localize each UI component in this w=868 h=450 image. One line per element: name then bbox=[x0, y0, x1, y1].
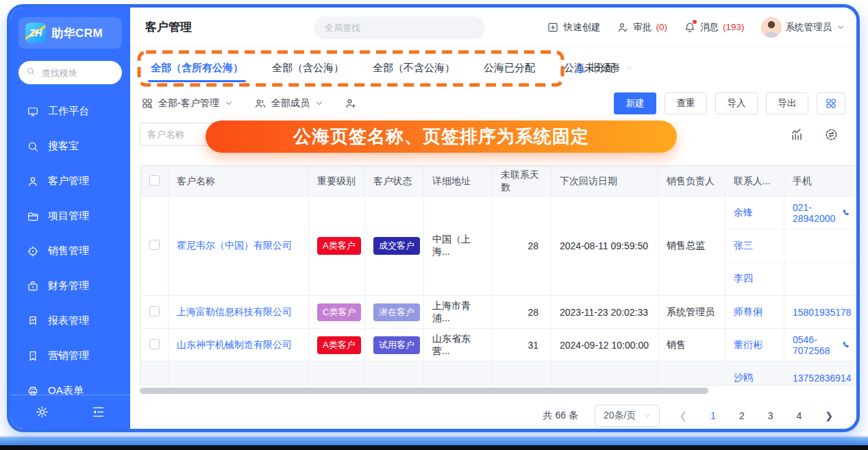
column-header: 销售负责人 bbox=[658, 166, 726, 197]
global-search-input[interactable] bbox=[314, 16, 485, 39]
toolbar-button[interactable]: 查重 bbox=[665, 92, 707, 114]
next-visit-cell: 2024-09-12 10:00:00 bbox=[551, 329, 658, 362]
toolbar-button[interactable]: 导出 bbox=[766, 92, 808, 114]
contact-link[interactable]: 董衍彬 bbox=[734, 339, 762, 351]
quick-create-icon bbox=[547, 21, 559, 34]
quick-create-button[interactable]: 快速创建 bbox=[547, 21, 600, 34]
tabs-row: 全部（含所有公海）全部（含公海）全部（不含公海）公海已分配公海未分配 旧公海 bbox=[130, 47, 856, 88]
column-header: 手机 bbox=[784, 166, 857, 197]
display-settings-button[interactable] bbox=[824, 127, 839, 142]
member-select[interactable]: 全部成员 bbox=[254, 97, 324, 110]
contact-link[interactable]: 张三 bbox=[734, 240, 753, 252]
chevron-down-icon bbox=[314, 99, 324, 108]
owner-cell: 销售总监 bbox=[658, 197, 726, 296]
sidebar-item[interactable]: 工作平台 bbox=[10, 94, 130, 129]
sidebar-item[interactable]: 报表管理 bbox=[10, 303, 130, 338]
customer-table-wrap: 客户名称重要级别客户状态详细地址未联系天数下次回访日期销售负责人联系人...手机… bbox=[140, 165, 856, 386]
contact-link[interactable]: 沙鸥 bbox=[734, 372, 753, 384]
system-fixed-callout: 公海页签名称、页签排序为系统固定 bbox=[206, 121, 677, 153]
status-badge: C类客户 bbox=[317, 303, 361, 321]
row-checkbox[interactable] bbox=[149, 339, 160, 349]
avatar bbox=[761, 17, 782, 38]
person-wave-icon bbox=[574, 62, 586, 74]
chevron-down-icon bbox=[836, 23, 845, 32]
logo-badge: ZH bbox=[25, 23, 46, 43]
phone-link[interactable]: 021-28942000 bbox=[793, 202, 838, 224]
page-number[interactable]: 2 bbox=[736, 410, 747, 421]
sidebar-item[interactable]: 客户管理 bbox=[10, 164, 130, 199]
person-add-button[interactable] bbox=[345, 97, 357, 110]
page-number[interactable]: 1 bbox=[708, 410, 719, 421]
contact-link[interactable]: 师尊俐 bbox=[734, 306, 762, 318]
bottom-blue-bar bbox=[0, 436, 868, 445]
person-add-icon bbox=[345, 97, 357, 110]
sidebar-item[interactable]: 营销管理 bbox=[10, 338, 130, 373]
message-button[interactable]: 消息 (193) bbox=[684, 21, 745, 34]
old-pool-label: 旧公海 bbox=[591, 62, 620, 74]
pagination: 共 66 条 20条/页 ❮1234❯ bbox=[130, 394, 856, 427]
phone-link[interactable]: 15801935178 bbox=[793, 307, 852, 318]
quick-create-label: 快速创建 bbox=[563, 21, 600, 34]
phone-icon bbox=[841, 208, 851, 218]
contact-link[interactable]: 余锋 bbox=[734, 207, 753, 219]
sidebar-item-label: 客户管理 bbox=[48, 175, 89, 188]
sidebar-footer bbox=[10, 395, 130, 429]
row-checkbox[interactable] bbox=[149, 306, 160, 316]
prev-page-button[interactable]: ❮ bbox=[676, 410, 690, 421]
next-visit-cell bbox=[551, 362, 658, 386]
select-all-checkbox[interactable] bbox=[149, 175, 160, 186]
customer-name-link[interactable]: 霍尼韦尔（中国）有限公司 bbox=[177, 240, 292, 251]
page-number[interactable]: 4 bbox=[793, 410, 804, 421]
tab[interactable]: 全部（含所有公海） bbox=[149, 49, 245, 86]
page-size-select[interactable]: 20条/页 bbox=[595, 405, 660, 427]
page-number[interactable]: 3 bbox=[765, 410, 776, 421]
contact-link[interactable]: 李四 bbox=[734, 273, 753, 285]
phone-link[interactable]: 0546-7072568 bbox=[793, 334, 838, 356]
tab[interactable]: 全部（不含公海） bbox=[371, 49, 456, 86]
row-checkbox[interactable] bbox=[149, 240, 160, 250]
total-count: 共 66 条 bbox=[543, 410, 578, 422]
toolbar-button[interactable]: 导入 bbox=[715, 92, 758, 114]
customer-name-link[interactable]: 山东神宇机械制造有限公司 bbox=[177, 339, 292, 350]
create-button[interactable]: 新建 bbox=[614, 92, 656, 114]
column-header: 客户名称 bbox=[169, 166, 309, 197]
user-name: 系统管理员 bbox=[786, 21, 832, 34]
next-page-button[interactable]: ❯ bbox=[822, 410, 836, 421]
table-row: 沙鸥13752836914 bbox=[141, 362, 857, 386]
column-header: 未联系天数 bbox=[493, 166, 551, 197]
sidebar-item[interactable]: 财务管理 bbox=[10, 268, 130, 303]
user-menu[interactable]: 系统管理员 bbox=[761, 17, 846, 38]
main-area: 客户管理 快速创建 审批 (0) bbox=[130, 8, 856, 429]
sidebar-menu: 工作平台搜客宝客户管理项目管理销售管理财务管理报表管理营销管理OA表单 bbox=[10, 94, 130, 408]
address-cell: 山东省东营... bbox=[424, 329, 493, 362]
member-select-label: 全部成员 bbox=[271, 97, 310, 110]
collapse-sidebar-button[interactable] bbox=[91, 405, 106, 419]
horizontal-scrollbar[interactable] bbox=[140, 388, 708, 394]
grid-view-button[interactable] bbox=[817, 92, 845, 114]
sidebar-item-label: 项目管理 bbox=[48, 210, 89, 223]
bottom-black-bar bbox=[0, 445, 868, 450]
sidebar-item[interactable]: 项目管理 bbox=[10, 199, 130, 234]
sidebar-item[interactable]: 搜客宝 bbox=[10, 129, 130, 164]
old-pool-dropdown[interactable]: 旧公海 bbox=[574, 47, 634, 88]
settings-gear-button[interactable] bbox=[35, 405, 49, 419]
page-title: 客户管理 bbox=[145, 19, 192, 35]
sidebar-item[interactable]: 销售管理 bbox=[10, 234, 130, 268]
phone-link[interactable]: 13752836914 bbox=[793, 373, 852, 384]
members-icon bbox=[254, 97, 266, 110]
customer-table: 客户名称重要级别客户状态详细地址未联系天数下次回访日期销售负责人联系人...手机… bbox=[140, 166, 856, 386]
data-chart-button[interactable] bbox=[789, 127, 804, 142]
message-count: (193) bbox=[723, 22, 745, 32]
logo-name: 助华CRM bbox=[51, 25, 103, 41]
monitor-icon bbox=[27, 105, 39, 118]
table-header-row: 客户名称重要级别客户状态详细地址未联系天数下次回访日期销售负责人联系人...手机 bbox=[141, 166, 857, 197]
status-badge: 成交客户 bbox=[373, 237, 420, 255]
status-badge: A类客户 bbox=[317, 237, 361, 255]
customer-name-link[interactable]: 上海富勒信息科技有限公司 bbox=[177, 306, 292, 317]
tab[interactable]: 公海已分配 bbox=[482, 49, 536, 86]
view-scope-select[interactable]: 全部-客户管理 bbox=[141, 97, 234, 110]
owner-cell: 销售 bbox=[658, 329, 726, 362]
approval-button[interactable]: 审批 (0) bbox=[617, 21, 667, 34]
view-grid-icon bbox=[141, 97, 153, 110]
tab[interactable]: 全部（含公海） bbox=[271, 49, 345, 86]
